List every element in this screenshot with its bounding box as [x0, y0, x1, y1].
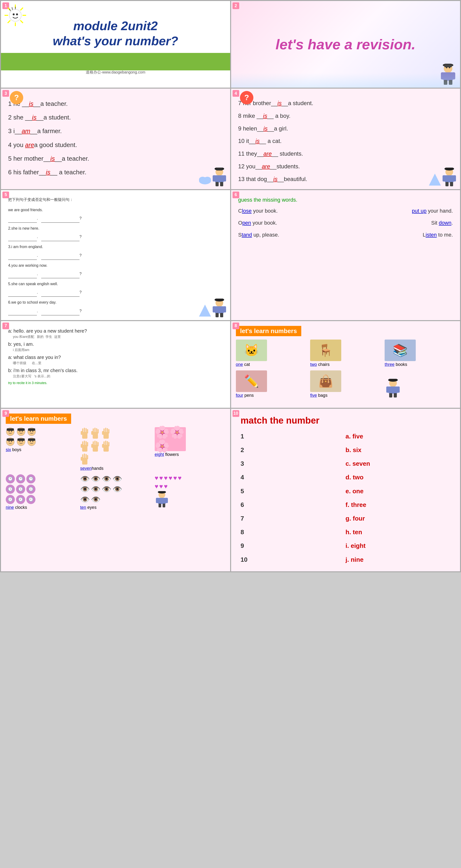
s8-item5: 👜 five bags: [310, 370, 381, 398]
slide-5-items: we are good friends. . ? 2.she is new he…: [8, 206, 223, 315]
slide-10-left: 1 2 3 4 5 6 7 8 9 10: [241, 430, 345, 566]
s9-item3: 🌸🌸🌸 eight flowers: [155, 427, 225, 471]
svg-text:?: ?: [244, 93, 249, 102]
svg-rect-91: [81, 431, 83, 435]
svg-rect-51: [216, 313, 219, 317]
svg-rect-131: [165, 498, 168, 503]
svg-rect-118: [105, 441, 106, 446]
s5-item1: we are good friends.: [8, 206, 223, 214]
svg-rect-102: [108, 429, 110, 433]
svg-rect-100: [105, 428, 106, 433]
slide-10: 10 match the number 1 2 3 4 5 6 7 8 9 10…: [231, 409, 460, 571]
s4-item4: 10 it__is__ a cat.: [238, 135, 453, 148]
svg-point-84: [32, 441, 33, 442]
svg-rect-94: [94, 428, 96, 433]
svg-rect-124: [84, 454, 85, 459]
slide-1-title-line2: what's your number?: [53, 33, 178, 49]
s3-item6: 6 his father__is__ a teacher.: [8, 165, 223, 179]
slide-10-title: match the number: [241, 415, 451, 426]
svg-rect-107: [86, 441, 87, 446]
slide-5-num: 5: [2, 191, 9, 198]
svg-point-67: [20, 431, 20, 432]
svg-rect-108: [87, 442, 88, 446]
svg-rect-132: [158, 503, 161, 507]
s4-item2: 8 mike __is__ a boy.: [238, 110, 453, 122]
slide-6-heading: guess the missing words.: [238, 197, 453, 203]
slide-5: 5 把下列句子变成否定句和一般疑问句： we are good friends.…: [1, 190, 230, 320]
svg-rect-40: [445, 175, 454, 182]
svg-rect-58: [397, 386, 400, 393]
slide-8-banner: let's learn numbers: [236, 326, 301, 336]
slide-4-num: 4: [233, 90, 239, 97]
slide-1: 1 module 2unit2 what's your number?: [1, 1, 230, 88]
svg-point-63: [9, 431, 9, 432]
s8-item4: ✏️ four pens: [236, 370, 307, 398]
svg-rect-95: [96, 428, 97, 433]
slide-7-num: 7: [2, 322, 9, 329]
svg-rect-57: [386, 386, 390, 393]
svg-rect-119: [107, 441, 108, 446]
svg-rect-81: [18, 438, 25, 441]
svg-rect-28: [213, 175, 216, 182]
slide-9-num: 9: [2, 410, 9, 417]
slide-1-title-line1: module 2unit2: [53, 19, 178, 33]
slide-8: 8 let's learn numbers 🐱 one cat 🪑 two ch…: [231, 321, 460, 408]
svg-point-9: [13, 13, 14, 15]
svg-rect-114: [97, 442, 99, 446]
s9-hearts: ♥ ♥ ♥ ♥ ♥ ♥ ♥ ♥ ♥: [155, 474, 225, 510]
slide-10-match: 1 2 3 4 5 6 7 8 9 10 a. five b. six c. s…: [241, 430, 451, 566]
svg-rect-130: [156, 498, 159, 503]
s5-item5: 5.she can speak english well.: [8, 280, 223, 288]
slide-8-num: 8: [233, 322, 239, 329]
s3-item3: 3 i__am__a farmer.: [8, 124, 223, 138]
s4-item7: 13 that dog__is__beautiful.: [238, 173, 453, 186]
svg-point-45: [444, 167, 454, 170]
svg-rect-27: [215, 175, 224, 182]
slide-9-top-row: six boys sevenhands 🌸🌸🌸 eight flower: [6, 427, 225, 471]
svg-rect-121: [102, 444, 104, 448]
svg-point-61: [388, 379, 398, 382]
boy-char-8: [385, 379, 401, 398]
svg-rect-49: [213, 306, 216, 312]
svg-line-6: [20, 20, 23, 23]
svg-rect-97: [91, 431, 93, 435]
sun-icon: [3, 3, 27, 27]
slide-3: 3 ? 1 he __is__a teacher. 2 she __is__a …: [1, 89, 230, 189]
svg-point-79: [20, 441, 20, 442]
svg-rect-120: [108, 442, 110, 446]
s9-item1: six boys: [6, 427, 76, 471]
slide-5-instruction: 把下列句子变成否定句和一般疑问句：: [8, 197, 223, 202]
slide-1-title: module 2unit2 what's your number?: [53, 19, 178, 49]
svg-point-53: [215, 299, 224, 302]
slide-2: 2 let's have a revision.: [231, 1, 460, 88]
svg-rect-129: [158, 498, 166, 504]
svg-line-7: [20, 8, 23, 10]
slide-9-bottom-row: 🕐 🕑 🕒 🕓 🕔 🕕 🕖 🕗 🕘 nine clocks 👁️: [6, 474, 225, 510]
s5-item3: 3.i am from england.: [8, 243, 223, 251]
s9-item4: 🕐 🕑 🕒 🕓 🕔 🕕 🕖 🕗 🕘 nine clocks: [6, 474, 76, 510]
svg-rect-69: [18, 428, 25, 431]
s8-item2: 🪑 two chairs: [310, 340, 381, 367]
svg-rect-125: [86, 454, 87, 459]
slide-9-banner: let's learn numbers: [6, 413, 71, 424]
svg-point-71: [30, 431, 31, 432]
slide-7-dialogue: a: hello. are you a new student here? yo…: [8, 328, 223, 378]
svg-rect-30: [216, 182, 219, 186]
svg-point-72: [32, 431, 33, 432]
slide-6-num: 6: [233, 191, 239, 198]
s4-item5: 11 they__are__ students.: [238, 148, 453, 160]
cloud-char-3: [198, 173, 212, 187]
slide-4: 4 ? 7 her brother__is__a student. 8 mike…: [231, 89, 460, 189]
slide-6: 6 guess the missing words. Close your bo…: [231, 190, 460, 320]
svg-rect-52: [220, 313, 223, 317]
svg-rect-60: [394, 393, 397, 398]
svg-rect-90: [87, 429, 88, 433]
svg-line-12: [12, 7, 12, 10]
s4-item3: 9 helen__is__a girl.: [238, 122, 453, 135]
svg-rect-89: [86, 428, 87, 433]
question-char-4: ?: [240, 91, 254, 105]
svg-point-0: [9, 9, 21, 21]
svg-rect-42: [453, 175, 456, 182]
svg-rect-33: [216, 168, 222, 170]
slide-7-try: try to recite it in 3 minutes.: [8, 381, 223, 385]
